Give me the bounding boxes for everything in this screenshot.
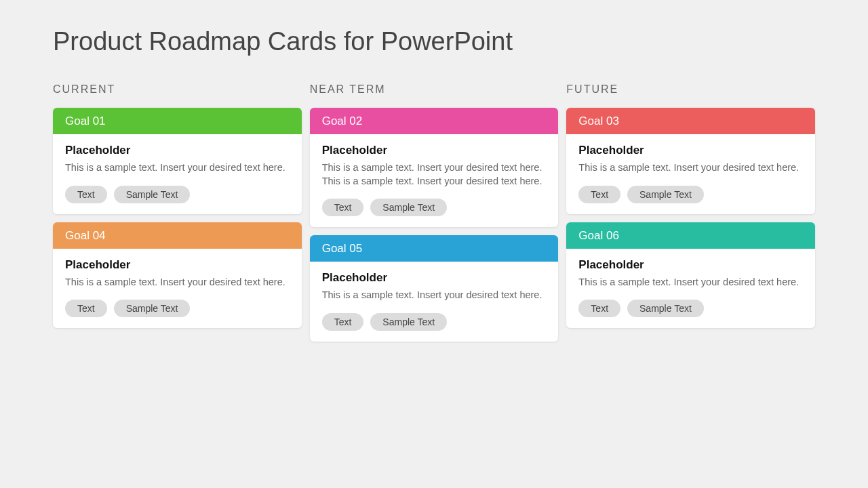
card-text: This is a sample text. Insert your desir…: [322, 161, 547, 188]
tag: Text: [578, 300, 620, 317]
column-near-term: NEAR TERMGoal 02PlaceholderThis is a sam…: [310, 83, 559, 350]
card-goal-header: Goal 06: [566, 222, 815, 249]
card-subtitle: Placeholder: [322, 271, 547, 285]
card-body: PlaceholderThis is a sample text. Insert…: [310, 134, 559, 227]
card-body: PlaceholderThis is a sample text. Insert…: [53, 249, 302, 329]
card-text: This is a sample text. Insert your desir…: [65, 161, 290, 175]
tag: Sample Text: [114, 186, 191, 203]
column-future: FUTUREGoal 03PlaceholderThis is a sample…: [566, 83, 815, 350]
card-text: This is a sample text. Insert your desir…: [322, 289, 547, 302]
card-body: PlaceholderThis is a sample text. Insert…: [566, 134, 815, 214]
tag: Text: [65, 300, 107, 317]
card-goal-header: Goal 03: [566, 108, 815, 134]
tag: Text: [322, 199, 364, 216]
card-goal-header: Goal 01: [53, 108, 302, 134]
card-tags: TextSample Text: [65, 300, 290, 317]
tag: Sample Text: [627, 186, 704, 203]
tag: Text: [578, 186, 620, 203]
card-subtitle: Placeholder: [65, 258, 290, 272]
roadmap-card: Goal 06PlaceholderThis is a sample text.…: [566, 222, 815, 329]
tag: Text: [322, 313, 364, 331]
column-header: NEAR TERM: [310, 83, 559, 96]
card-tags: TextSample Text: [578, 300, 803, 317]
card-tags: TextSample Text: [322, 199, 547, 216]
tag: Sample Text: [627, 300, 704, 317]
card-text: This is a sample text. Insert your desir…: [578, 161, 803, 175]
roadmap-card: Goal 03PlaceholderThis is a sample text.…: [566, 108, 815, 214]
column-current: CURRENTGoal 01PlaceholderThis is a sampl…: [53, 83, 302, 350]
roadmap-card: Goal 01PlaceholderThis is a sample text.…: [53, 108, 302, 214]
column-header: FUTURE: [566, 83, 815, 96]
tag: Sample Text: [370, 313, 447, 331]
card-tags: TextSample Text: [65, 186, 290, 203]
roadmap-card: Goal 02PlaceholderThis is a sample text.…: [310, 108, 559, 227]
roadmap-columns: CURRENTGoal 01PlaceholderThis is a sampl…: [53, 83, 815, 350]
card-subtitle: Placeholder: [65, 144, 290, 157]
tag: Text: [65, 186, 107, 203]
roadmap-card: Goal 04PlaceholderThis is a sample text.…: [53, 222, 302, 329]
card-goal-header: Goal 04: [53, 222, 302, 249]
card-goal-header: Goal 02: [310, 108, 559, 134]
card-body: PlaceholderThis is a sample text. Insert…: [310, 262, 559, 342]
card-text: This is a sample text. Insert your desir…: [578, 276, 803, 289]
card-body: PlaceholderThis is a sample text. Insert…: [53, 134, 302, 214]
tag: Sample Text: [370, 199, 447, 216]
card-subtitle: Placeholder: [578, 144, 803, 157]
card-text: This is a sample text. Insert your desir…: [65, 276, 290, 289]
card-tags: TextSample Text: [578, 186, 803, 203]
column-header: CURRENT: [53, 83, 302, 96]
page-title: Product Roadmap Cards for PowerPoint: [53, 27, 815, 56]
card-subtitle: Placeholder: [578, 258, 803, 272]
card-goal-header: Goal 05: [310, 235, 559, 262]
roadmap-card: Goal 05PlaceholderThis is a sample text.…: [310, 235, 559, 342]
card-body: PlaceholderThis is a sample text. Insert…: [566, 249, 815, 329]
card-subtitle: Placeholder: [322, 144, 547, 157]
tag: Sample Text: [114, 300, 191, 317]
card-tags: TextSample Text: [322, 313, 547, 331]
